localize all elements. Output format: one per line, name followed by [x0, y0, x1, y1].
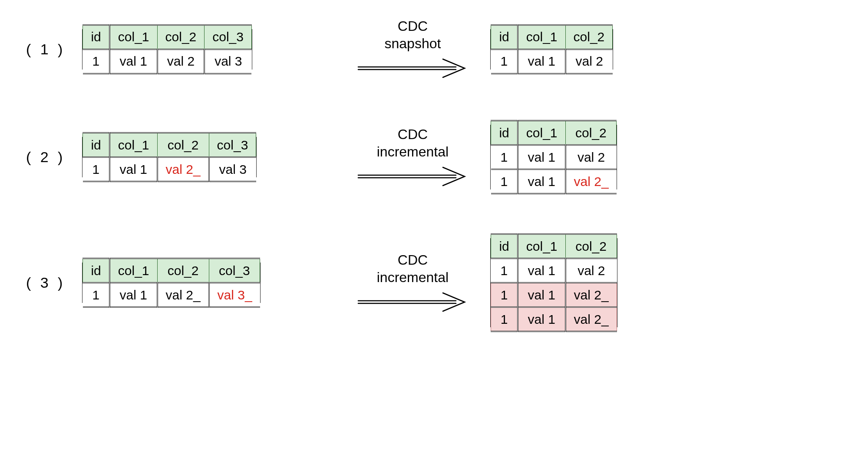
cell: val 3_: [209, 283, 260, 307]
step-2-arrow: CDCincremental: [352, 126, 473, 189]
table-row: 1 val 1 val 2_ val 3: [83, 157, 256, 182]
col-header-col2: col_2: [565, 234, 617, 259]
col-header-id: id: [491, 25, 518, 49]
col-header-col2: col_2: [565, 121, 617, 145]
cell: val 2_: [565, 307, 617, 332]
col-header-col1: col_1: [518, 121, 565, 145]
col-header-col3: col_3: [209, 259, 260, 283]
col-header-col3: col_3: [205, 25, 252, 49]
col-header-id: id: [491, 234, 518, 259]
col-header-col2: col_2: [565, 25, 613, 49]
cell: val 1: [518, 145, 565, 170]
cell: val 3: [209, 157, 256, 182]
table-row: 1 val 1 val 2: [491, 145, 617, 170]
step-2-source-table: id col_1 col_2 col_3 1 val 1 val 2_ val …: [83, 132, 334, 182]
cell: val 1: [109, 157, 157, 182]
step-1-number: ( 1 ): [26, 41, 65, 58]
step-2-number: ( 2 ): [26, 149, 65, 166]
arrow-icon: [356, 55, 469, 81]
cell: val 1: [518, 259, 565, 283]
cell: 1: [83, 283, 109, 307]
cell: val 1: [109, 283, 157, 307]
step-1-source-table: id col_1 col_2 col_3 1 val 1 val 2 val 3: [83, 24, 334, 74]
col-header-col1: col_1: [109, 133, 157, 157]
cell: val 2: [565, 145, 617, 170]
arrow-label: CDCsnapshot: [385, 17, 441, 52]
step-3-number: ( 3 ): [26, 274, 65, 291]
cell: val 1: [518, 307, 565, 332]
col-header-col1: col_1: [518, 25, 565, 49]
cell: 1: [491, 283, 518, 307]
col-header-col1: col_1: [518, 234, 565, 259]
table-row: 1 val 1 val 2_ val 3_: [83, 283, 260, 307]
cell: 1: [491, 259, 518, 283]
cell: val 1: [109, 49, 157, 73]
cell: val 2_: [565, 283, 617, 307]
cell: 1: [491, 170, 518, 194]
diagram: ( 1 ) id col_1 col_2 col_3 1 val 1 val 2…: [26, 17, 842, 332]
arrow-icon: [356, 289, 469, 315]
cell: 1: [491, 49, 518, 73]
step-1-arrow: CDCsnapshot: [352, 17, 473, 81]
col-header-id: id: [83, 259, 109, 283]
step-1: ( 1 ) id col_1 col_2 col_3 1 val 1 val 2…: [26, 17, 842, 81]
cell: val 1: [518, 283, 565, 307]
step-3: ( 3 ) id col_1 col_2 col_3 1 val 1 val 2…: [26, 233, 842, 332]
col-header-col2: col_2: [157, 25, 205, 49]
cell: val 2: [565, 49, 613, 73]
step-3-source-table: id col_1 col_2 col_3 1 val 1 val 2_ val …: [83, 258, 334, 308]
arrow-icon: [356, 163, 469, 189]
step-2: ( 2 ) id col_1 col_2 col_3 1 val 1 val 2…: [26, 120, 842, 194]
dest-table: id col_1 col_2 1 val 1 val 2 1 val 1 val…: [491, 120, 617, 194]
table-row: 1 val 1 val 2: [491, 259, 617, 283]
col-header-id: id: [491, 121, 518, 145]
dest-table: id col_1 col_2 1 val 1 val 2: [491, 24, 613, 74]
step-3-dest-table: id col_1 col_2 1 val 1 val 2 1 val 1 val…: [491, 233, 708, 332]
cell: val 2_: [565, 170, 617, 194]
table-row-duplicate: 1 val 1 val 2_: [491, 283, 617, 307]
table-row: 1 val 1 val 2: [491, 49, 613, 73]
step-1-dest-table: id col_1 col_2 1 val 1 val 2: [491, 24, 708, 74]
col-header-id: id: [83, 25, 109, 49]
cell: 1: [491, 145, 518, 170]
cell: val 2_: [157, 283, 209, 307]
cell: val 2: [157, 49, 205, 73]
col-header-col2: col_2: [157, 133, 209, 157]
col-header-col3: col_3: [209, 133, 256, 157]
arrow-label: CDCincremental: [377, 126, 449, 160]
dest-table: id col_1 col_2 1 val 1 val 2 1 val 1 val…: [491, 233, 617, 332]
col-header-col2: col_2: [157, 259, 209, 283]
source-table: id col_1 col_2 col_3 1 val 1 val 2_ val …: [83, 258, 260, 308]
cell: 1: [83, 157, 109, 182]
cell: val 3: [205, 49, 252, 73]
step-3-arrow: CDCincremental: [352, 251, 473, 315]
step-2-dest-table: id col_1 col_2 1 val 1 val 2 1 val 1 val…: [491, 120, 708, 194]
source-table: id col_1 col_2 col_3 1 val 1 val 2 val 3: [83, 24, 252, 74]
arrow-label: CDCincremental: [377, 251, 449, 286]
cell: val 1: [518, 170, 565, 194]
table-row: 1 val 1 val 2_: [491, 170, 617, 194]
col-header-col1: col_1: [109, 259, 157, 283]
cell: 1: [83, 49, 109, 73]
col-header-id: id: [83, 133, 109, 157]
cell: val 2_: [157, 157, 209, 182]
cell: 1: [491, 307, 518, 332]
cell: val 1: [518, 49, 565, 73]
source-table: id col_1 col_2 col_3 1 val 1 val 2_ val …: [83, 132, 256, 182]
cell: val 2: [565, 259, 617, 283]
col-header-col1: col_1: [109, 25, 157, 49]
table-row: 1 val 1 val 2 val 3: [83, 49, 252, 73]
table-row-duplicate: 1 val 1 val 2_: [491, 307, 617, 332]
